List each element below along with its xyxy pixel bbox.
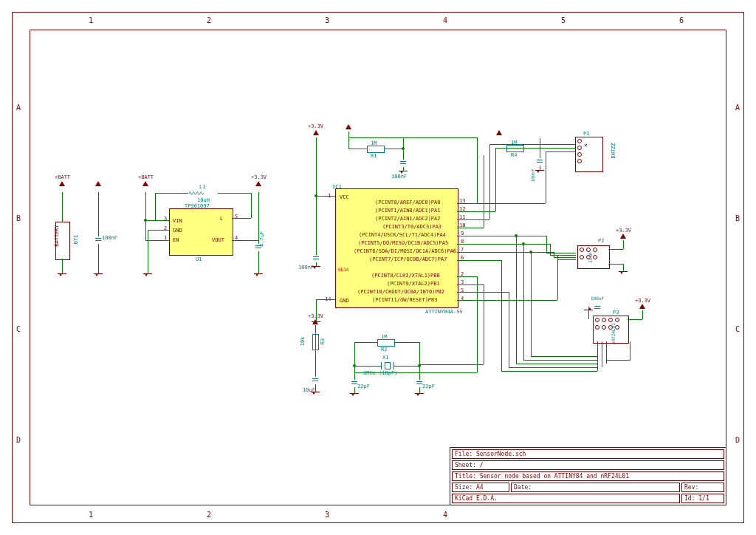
title-block: File: SensorNode.sch Sheet: / Title: Sen… [450, 447, 726, 505]
wire [523, 244, 524, 360]
connector-p1 [575, 137, 603, 172]
vbat-arrow [95, 181, 101, 186]
pa6: (PCINT6/SDA/DI/MOSI/OC1A/ADC6)PA6 [354, 248, 456, 254]
wire [354, 366, 381, 367]
c2-val: 4.7uF [259, 231, 265, 247]
wire [623, 240, 624, 249]
wire [348, 149, 367, 149]
wire [628, 319, 642, 320]
tb-date: Date: [511, 483, 680, 492]
v33-arrow [346, 124, 351, 129]
r2-val: 1M [381, 334, 387, 340]
wire [477, 276, 478, 372]
mark-4b: 4 [443, 511, 447, 519]
u1-en: EN [173, 237, 179, 243]
gnd-icon [584, 303, 593, 310]
battery-label: BATTERY [54, 225, 60, 247]
wire [457, 284, 484, 285]
wire [489, 144, 575, 145]
wire [606, 360, 630, 361]
arrow [639, 304, 645, 309]
wire [501, 371, 597, 372]
gnd-icon [350, 393, 359, 401]
pb0: (PCINT8/CLKI/XTAL1)PB0 [371, 273, 440, 279]
v33: +3.3V [635, 298, 650, 304]
cap-c3 [351, 378, 357, 387]
vbat-arrow [142, 181, 148, 186]
c9-val: 100nF [591, 296, 604, 301]
mark-c: C [16, 325, 21, 333]
c8-val: 100nF [530, 168, 535, 182]
wire [98, 244, 99, 273]
wire [316, 299, 335, 300]
tb-rev: Rev: [681, 483, 724, 492]
wire [218, 193, 251, 194]
wire [540, 138, 540, 158]
battery-ref: BT1 [73, 235, 79, 245]
junction [402, 147, 405, 150]
wire [148, 230, 148, 273]
mark-1: 1 [89, 16, 93, 24]
cap-c9 [594, 303, 600, 312]
wire [457, 300, 557, 301]
mark-c2: C [735, 325, 740, 333]
r4-val: 1M [511, 140, 517, 146]
r1-val: 1M [371, 140, 377, 146]
wire [509, 292, 509, 367]
p2-lbl: ICSP [588, 252, 593, 262]
mark-6: 6 [679, 16, 684, 24]
wire [457, 228, 484, 228]
pa7: (PCINT7/ICP/OC0B/ADC7)PA7 [369, 256, 447, 262]
wire [457, 260, 501, 261]
wire [394, 366, 419, 367]
wire [557, 259, 576, 260]
l1-ref: L1 [199, 184, 205, 190]
u1-vin: VIN [173, 218, 182, 224]
u1-l: L [220, 216, 223, 222]
wire [145, 220, 169, 221]
cap-c5 [95, 235, 101, 244]
junction [515, 234, 518, 237]
mark-3: 3 [325, 16, 329, 24]
c4-val: 22pF [422, 384, 435, 389]
r3-lbl: R3 [320, 338, 326, 344]
wire [155, 193, 188, 194]
pb3: (PCINT11/dW/RESET)PB3 [372, 297, 438, 303]
vbat-label2: +BATT [138, 174, 154, 180]
wire [608, 264, 623, 265]
arrow [312, 319, 318, 324]
wire [232, 218, 251, 219]
wire [457, 276, 477, 277]
gnd-icon [415, 393, 424, 401]
tb-size: Size: A4 [452, 483, 509, 492]
wire [457, 236, 546, 236]
c3-val: 22pF [357, 384, 370, 389]
wire [385, 149, 403, 149]
wire [354, 342, 355, 372]
wire [395, 342, 419, 343]
p3-lbl: nRF24L01 [611, 323, 616, 344]
l1-val: 10uH [197, 197, 210, 203]
mark-5: 5 [561, 16, 566, 24]
gnd-icon [535, 170, 544, 177]
wire [630, 341, 630, 361]
ic-ref: IC1 [332, 184, 342, 190]
mark-2: 2 [207, 16, 211, 24]
cap-c7 [400, 158, 406, 167]
vbat-arrow [59, 181, 65, 186]
wire [62, 192, 63, 222]
u1-name: TPS61097 [185, 203, 210, 209]
junction [353, 364, 356, 367]
wire [546, 151, 546, 203]
wire [550, 255, 576, 256]
v33: +3.3V [308, 313, 323, 319]
wire [484, 155, 484, 228]
mark-4: 4 [443, 16, 447, 24]
ic-part: ATTINY84A-SS [425, 309, 463, 315]
gnd-icon [254, 273, 263, 281]
ic-gnd: GND [340, 298, 349, 304]
res-r3 [312, 334, 319, 350]
pa2: (PCINT2/AIN1/ADC2)PA2 [375, 216, 441, 222]
wire [489, 144, 490, 219]
res-r2 [377, 339, 395, 347]
